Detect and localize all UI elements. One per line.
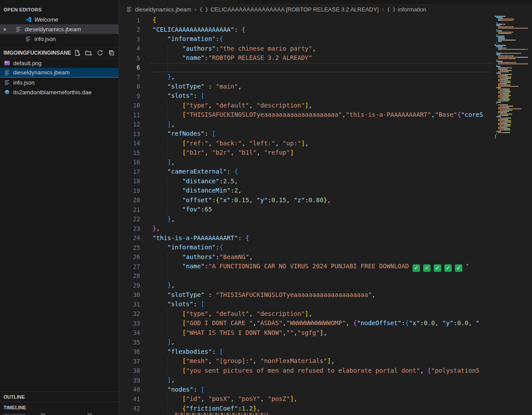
minimap-line (495, 56, 528, 56)
editor-line-24[interactable]: 24"this-is-a-PAAAAAAAART": { (119, 233, 491, 243)
minimap-line (495, 90, 528, 91)
editor-line-16[interactable]: 16 ], (119, 158, 491, 167)
line-number: 1 (119, 17, 140, 24)
editor-code-area[interactable]: 1{2"CELICAAAAAAAAAAAAAAA": {3 "informati… (119, 14, 491, 415)
editor-line-17[interactable]: 17 "cameraExternal": { (119, 167, 491, 177)
editor-line-39[interactable]: 39 ], (119, 375, 491, 385)
editor-line-18[interactable]: 18 "distance":2.5, (119, 177, 491, 186)
editor-line-2[interactable]: 2"CELICAAAAAAAAAAAAAAA": { (119, 25, 491, 35)
file-item-its2amdontblamemeforthis-dae[interactable]: its2amdontblamemeforthis.dae (0, 87, 119, 97)
minimap-line (495, 26, 528, 27)
editor-line-32[interactable]: 32 ["type", "default", "description"], (119, 309, 491, 319)
minimap[interactable] (495, 15, 528, 139)
minimap-line (495, 85, 528, 85)
minimap-line (495, 133, 528, 134)
editor-line-35[interactable]: 35 ], (119, 337, 491, 347)
editor-line-31[interactable]: 31 "slots": [ (119, 300, 491, 309)
editor-line-26[interactable]: 26 "authors":"BeamNG", (119, 252, 491, 262)
minimap-line (495, 102, 528, 103)
minimap-line (495, 24, 528, 25)
minimap-line (495, 30, 528, 31)
editor-line-13[interactable]: 13 "refNodes": [ (119, 129, 491, 139)
breadcrumb-object[interactable]: CELICAAAAAAAAAAAAAAA [ROBTOP RELEASE 3.2… (210, 6, 379, 13)
editor-line-41[interactable]: 41 ["id", "posX", "posY", "posZ"], (119, 394, 491, 404)
explorer-sidebar: OPEN EDITORS Welcome×dieseldynamics.jbea… (0, 0, 119, 415)
file-item-dieseldynamics-jbeam[interactable]: dieseldynamics.jbeam (0, 68, 119, 78)
open-editors-header[interactable]: OPEN EDITORS (0, 5, 119, 15)
open-editor-item-Welcome[interactable]: Welcome (0, 15, 119, 24)
open-editor-item-info-json[interactable]: info.json (0, 34, 119, 44)
file-label: default.png (13, 60, 41, 67)
editor-line-30[interactable]: 30 "slotType" : "THISISAFUCKINGSLOTyeaaa… (119, 290, 491, 300)
editor-line-40[interactable]: 40 "nodes": [ (119, 385, 491, 395)
editor-line-3[interactable]: 3 "information":{ (119, 34, 491, 44)
minimap-line (495, 112, 528, 113)
editor-line-15[interactable]: 15 ["b1r", "b2r", "b1l", "refup"] (119, 148, 491, 158)
open-editor-label: info.json (34, 36, 56, 42)
editor-line-19[interactable]: 19 "distanceMin":2, (119, 186, 491, 196)
outline-panel-header[interactable]: OUTLINE (0, 391, 119, 402)
minimap-line (495, 89, 528, 89)
editor-line-33[interactable]: 33 ["GOD I DONT CARE ","ASDAS","WWWWWWWW… (119, 319, 491, 328)
line-number: 32 (119, 310, 140, 317)
explorer-section-header[interactable]: IMGOINGFUCKINGINSANE (0, 47, 119, 58)
chevron-right-icon: › (194, 6, 197, 13)
breadcrumb-property[interactable]: information (398, 6, 426, 13)
editor-line-37[interactable]: 37 ["mesh", "[group]:", "nonFlexMaterial… (119, 356, 491, 366)
editor-line-14[interactable]: 14 ["ref:", "back:", "left:", "up:"], (119, 139, 491, 148)
line-number: 5 (119, 55, 140, 62)
open-editor-item-dieseldynamics-jbeam[interactable]: ×dieseldynamics.jbeam (0, 24, 119, 34)
editor-line-28[interactable]: 28 (119, 271, 491, 281)
editor-line-12[interactable]: 12 ], (119, 120, 491, 130)
editor-line-8[interactable]: 8 "slotType" : "main", (119, 82, 491, 92)
editor-line-5[interactable]: 5 "name":"ROBTOP RELEASE 3.2 ALREADY" (119, 53, 491, 63)
editor-line-27[interactable]: 27 "name":"A FUNCTIONING CAR NO VIRUS 20… (119, 262, 491, 271)
minimap-line (495, 28, 528, 29)
tab-bar (119, 0, 532, 4)
minimap-line (495, 116, 528, 117)
editor-line-20[interactable]: 20 "offset":{"x":0.15, "y":0.15, "z":0.8… (119, 196, 491, 205)
editor-line-7[interactable]: 7 }, (119, 72, 491, 82)
editor-line-11[interactable]: 11 ["THISISAFUCKINGSLOTyeaaaaaaaaaaaaaaa… (119, 110, 491, 120)
file-item-info-json[interactable]: info.json (0, 78, 119, 87)
editor-line-23[interactable]: 23}, (119, 224, 491, 233)
editor-line-6[interactable]: 6 (119, 63, 491, 73)
minimap-line (495, 33, 528, 34)
close-icon[interactable]: × (0, 26, 10, 33)
editor-line-29[interactable]: 29 }, (119, 281, 491, 290)
tab-info-json[interactable] (204, 0, 238, 4)
editor-line-25[interactable]: 25 "information":{ (119, 243, 491, 252)
editor-line-4[interactable]: 4 "authors":"the chinese mario party", (119, 44, 491, 54)
bottom-panels: OUTLINE TIMELINE (0, 391, 119, 412)
editor-line-36[interactable]: 36 "flexbodies": [ (119, 347, 491, 357)
editor-line-9[interactable]: 9 "slots": [ (119, 91, 491, 101)
timeline-panel-header[interactable]: TIMELINE (0, 402, 119, 412)
editor-line-22[interactable]: 22 }, (119, 215, 491, 224)
editor-line-34[interactable]: 34 ["WHAT IS THIS I DONT KNOW","","sgfg"… (119, 328, 491, 338)
refresh-icon[interactable] (97, 49, 104, 56)
minimap-line (495, 71, 528, 72)
tab-dieseldynamics[interactable] (153, 0, 204, 4)
vscode-window: dieseldynamics.jbeam › { } CELICAAAAAAAA… (0, 0, 532, 415)
editor-line-1[interactable]: 1{ (119, 15, 491, 25)
line-number: 31 (119, 301, 140, 308)
line-number: 40 (119, 386, 140, 393)
new-file-icon[interactable] (74, 49, 81, 56)
editor-line-10[interactable]: 10 ["type", "default", "description"], (119, 101, 491, 111)
tab-welcome[interactable] (119, 0, 153, 4)
minimap-line (495, 82, 528, 83)
line-number: 42 (119, 405, 140, 412)
minimap-line (495, 65, 528, 66)
checkmark-emoji: ✓ (455, 264, 462, 272)
collapse-all-icon[interactable] (108, 49, 115, 56)
minimap-line (495, 123, 528, 124)
minimap-line (495, 131, 528, 132)
breadcrumb-file[interactable]: dieseldynamics.jbeam (135, 6, 191, 13)
clipped-line-43 (175, 413, 268, 415)
editor-line-42[interactable]: 42 {"frictionCoef":1.2}, (119, 404, 491, 414)
editor-line-38[interactable]: 38 ["you sent pictures of men and refuse… (119, 366, 491, 376)
new-folder-icon[interactable] (85, 49, 92, 56)
line-number: 15 (119, 149, 140, 156)
editor-line-21[interactable]: 21 "fov":65 (119, 205, 491, 215)
file-item-default-png[interactable]: default.png (0, 58, 119, 68)
